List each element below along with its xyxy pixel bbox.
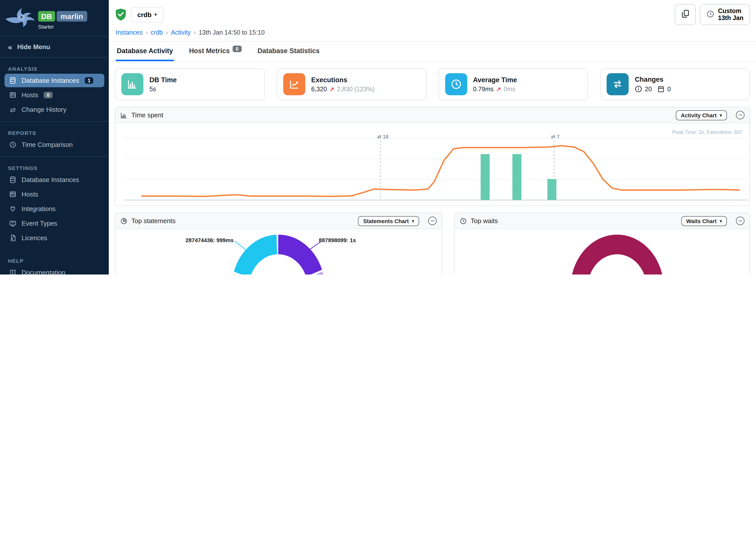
statements-chart-select[interactable]: Statements Chart ▾ xyxy=(358,216,419,226)
sidebar-item[interactable]: Database Instances xyxy=(5,173,104,187)
clock-icon xyxy=(445,73,467,95)
database-icon xyxy=(9,176,17,184)
doc-icon xyxy=(9,269,17,275)
svg-text:14:55: 14:55 xyxy=(294,206,308,206)
svg-text:15:05: 15:05 xyxy=(612,206,625,206)
average-time-card: Average Time 0.79ms ↗ 0ms xyxy=(438,68,588,100)
licence-icon xyxy=(9,234,17,242)
sidebar-section-title: SETTINGS xyxy=(8,165,101,171)
breadcrumb-link[interactable]: crdb xyxy=(151,29,163,36)
breadcrumb-current: 13th Jan 14:50 to 15:10 xyxy=(199,29,265,36)
db-time-value: 5s xyxy=(149,85,177,93)
statements-donut-chart xyxy=(115,229,441,275)
sidebar-item[interactable]: Hosts 0 xyxy=(5,88,104,102)
panel-title: Top statements xyxy=(131,217,175,225)
clock-icon xyxy=(707,10,715,19)
brand-marlin: marlin xyxy=(56,11,87,22)
pie-chart-icon xyxy=(120,217,127,224)
chevron-down-icon: ▾ xyxy=(720,113,722,118)
svg-text:15:00: 15:00 xyxy=(453,206,466,206)
collapse-panel-button[interactable] xyxy=(736,111,744,119)
sidebar-item[interactable]: Time Comparison xyxy=(5,138,104,151)
chevron-down-icon: ▾ xyxy=(720,218,722,223)
dbmarlin-dashboard: DB marlin Starter « Hide Menu ANALYSIS xyxy=(0,0,756,275)
panel-title: Time spent xyxy=(131,111,163,119)
plug-icon xyxy=(9,205,17,213)
sidebar-item[interactable]: ⇄ Change History xyxy=(5,103,104,116)
activity-chart-select[interactable]: Activity Chart ▾ xyxy=(676,110,727,120)
wait-clock-icon xyxy=(460,217,467,224)
waits-donut-body: executing: 5s xyxy=(455,229,749,275)
donut-label: 287474436: 999ms xyxy=(159,237,234,243)
sidebar-section: REPORTS Time Comparison xyxy=(0,122,109,157)
sidebar-section: SETTINGS Database Instances xyxy=(0,157,109,250)
sidebar-item-label: Licences xyxy=(22,234,47,242)
instance-selector[interactable]: crdb ▾ xyxy=(131,7,163,22)
main-tabs: Database Activity Host Metrics 0 Databas… xyxy=(109,42,756,62)
sidebar-section-title: ANALYSIS xyxy=(8,66,101,72)
collapse-panel-button[interactable] xyxy=(736,217,744,225)
changes-info-count: 20 xyxy=(645,85,652,93)
panel-title: Top waits xyxy=(471,217,498,225)
sidebar-item[interactable]: Documentation xyxy=(5,266,104,275)
server-icon xyxy=(9,191,17,198)
bar-chart-icon xyxy=(121,73,143,95)
db-time-card: DB Time 5s xyxy=(115,68,265,100)
event-icon xyxy=(9,220,17,227)
sidebar-nav: ANALYSIS Database Instances 1 xyxy=(0,58,109,275)
sidebar-item-badge: 0 xyxy=(44,92,52,98)
average-time-delta: 0ms xyxy=(504,85,515,93)
sidebar-item-label: Integrations xyxy=(22,205,56,213)
brand-db: DB xyxy=(38,11,55,22)
calendar-icon xyxy=(657,85,665,93)
tab[interactable]: Host Metrics 0 xyxy=(188,42,242,61)
executions-delta: 2,830 (123%) xyxy=(337,85,374,93)
executions-value: 6,320 xyxy=(311,85,327,93)
copy-icon xyxy=(681,10,690,20)
main-content: crdb ▾ Custom 13 xyxy=(109,0,756,275)
sidebar-item-label: Event Types xyxy=(22,220,57,227)
marlin-fish-logo xyxy=(5,6,36,31)
shield-check-icon xyxy=(115,8,127,21)
time-range-button[interactable]: Custom 13th Jan xyxy=(700,4,750,25)
collapse-panel-button[interactable] xyxy=(428,217,437,225)
svg-text:⇄ 7: ⇄ 7 xyxy=(551,134,559,139)
hide-menu-button[interactable]: « Hide Menu xyxy=(0,37,109,58)
waits-chart-select[interactable]: Waits Chart ▾ xyxy=(681,216,727,226)
svg-text:⇄ 18: ⇄ 18 xyxy=(377,134,389,139)
copy-link-button[interactable] xyxy=(675,4,696,25)
chart-summary-note: Peak Time: 2s, Executions: 837 xyxy=(672,129,742,135)
sidebar-section: ANALYSIS Database Instances 1 xyxy=(0,58,109,122)
sidebar-item[interactable]: Integrations xyxy=(5,202,104,216)
collapse-chevrons-icon: « xyxy=(8,43,12,51)
sidebar-section-title: REPORTS xyxy=(8,130,101,136)
statements-donut-body: 887898099: 1s 139638413: 1s 326238714: 1… xyxy=(115,229,442,275)
donut-panels-row: Top statements Statements Chart ▾ 887898… xyxy=(115,213,750,275)
swap-icon: ⇄ xyxy=(9,106,17,113)
plan-label: Starter xyxy=(38,24,87,30)
sidebar-item[interactable]: Database Instances 1 xyxy=(5,74,104,87)
sidebar-item[interactable]: Hosts xyxy=(5,188,104,201)
executions-card: Executions 6,320 ↗ 2,830 (123%) xyxy=(277,68,427,100)
breadcrumb-link[interactable]: Activity xyxy=(171,29,191,36)
trend-up-icon: ↗ xyxy=(496,85,501,93)
svg-text:14:50: 14:50 xyxy=(135,206,149,206)
average-time-value: 0.79ms xyxy=(473,85,494,93)
sidebar-item[interactable]: Event Types xyxy=(5,217,104,230)
top-statements-panel: Top statements Statements Chart ▾ 887898… xyxy=(115,213,442,275)
sidebar-item-label: Database Instances xyxy=(22,176,79,184)
tab[interactable]: Database Statistics xyxy=(256,42,321,61)
sidebar-item[interactable]: Licences xyxy=(5,231,104,245)
sidebar: DB marlin Starter « Hide Menu ANALYSIS xyxy=(0,0,109,275)
breadcrumb-link[interactable]: Instances xyxy=(116,29,143,36)
breadcrumb: Instances› crdb› Activity› 13th Jan 14:5… xyxy=(116,29,750,36)
clock-icon xyxy=(9,141,17,148)
database-icon xyxy=(9,77,17,84)
changes-card: Changes 20 0 xyxy=(600,68,750,100)
tab[interactable]: Database Activity xyxy=(116,42,174,61)
logo-block: DB marlin Starter xyxy=(0,0,109,37)
trend-up-icon: ↗ xyxy=(329,85,334,93)
sidebar-section-title: HELP xyxy=(8,258,101,264)
sidebar-item-label: Documentation xyxy=(22,269,65,275)
chevron-down-icon: ▾ xyxy=(412,218,414,223)
